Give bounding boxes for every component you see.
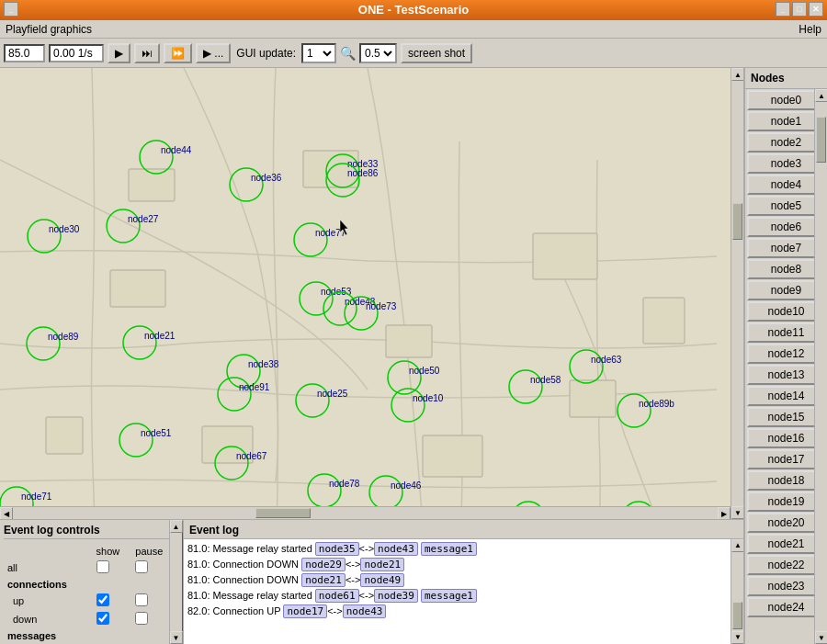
nodes-scroll-down[interactable]: ▼	[815, 631, 827, 644]
event-controls-table: show pause all connections up	[4, 543, 178, 644]
event-controls-scroll[interactable]: ▲ ▼	[169, 520, 182, 644]
log-node2: node21	[360, 558, 404, 571]
up-show-checkbox[interactable]	[96, 593, 109, 606]
log-time: 81.0:	[187, 543, 210, 554]
menu-bar: Playfield graphics Help	[0, 20, 827, 39]
gui-update-label: GUI update:	[236, 47, 296, 60]
row-connections-label: connections	[6, 578, 93, 591]
playfield-scrollbar-v[interactable]: ▲ ▼	[731, 68, 743, 519]
nodes-scrollbar[interactable]: ▲ ▼	[814, 89, 827, 644]
svg-rect-10	[129, 169, 175, 201]
zoom-icon: 🔍	[340, 46, 356, 61]
fast-button[interactable]: ⏩	[164, 43, 192, 63]
svg-text:node44: node44	[161, 145, 192, 155]
svg-text:node30: node30	[49, 224, 80, 234]
all-show-checkbox[interactable]	[96, 560, 109, 573]
svg-text:node67: node67	[236, 451, 267, 461]
nodes-scroll-thumb[interactable]	[816, 117, 826, 163]
event-log-scrollbar[interactable]: ▲ ▼	[731, 539, 743, 644]
svg-text:node10: node10	[413, 393, 444, 403]
log-scroll-thumb[interactable]	[732, 602, 742, 629]
svg-rect-6	[570, 380, 616, 417]
event-controls-title: Event log controls	[4, 524, 178, 539]
scroll-thumb-v[interactable]	[732, 203, 742, 240]
log-scroll-up[interactable]: ▲	[731, 539, 743, 552]
playfield-scrollbar-h[interactable]: ◀ ▶	[0, 506, 731, 519]
log-entry: 81.0: Message relay started node35<->nod…	[187, 541, 740, 557]
log-node1: node61	[315, 589, 359, 603]
event-log: Event log 81.0: Message relay started no…	[184, 520, 743, 644]
svg-rect-2	[386, 325, 432, 357]
log-time: 81.0:	[187, 559, 210, 570]
row-all-label: all	[6, 559, 93, 576]
play-button[interactable]: ▶	[108, 43, 130, 63]
zoom-factor-select[interactable]: 0.51.02.0	[359, 43, 397, 63]
zoom-input[interactable]	[4, 44, 45, 62]
window-maximize-btn[interactable]: □	[792, 2, 807, 17]
ctrl-scroll-up[interactable]: ▲	[170, 520, 183, 533]
main-layout: node44node36node33node86node77node30node…	[0, 68, 827, 644]
all-pause-checkbox[interactable]	[135, 560, 148, 573]
log-text: Message relay started	[213, 543, 315, 554]
svg-text:node86: node86	[347, 168, 379, 178]
svg-text:node53: node53	[321, 287, 352, 297]
log-node2: node49	[360, 573, 404, 587]
svg-text:node73: node73	[366, 301, 397, 311]
log-arrow: <->	[346, 574, 361, 585]
nodes-scroll-up[interactable]: ▲	[815, 89, 827, 102]
window-title: ONE - TestScenario	[358, 3, 469, 17]
event-log-content[interactable]: 81.0: Message relay started node35<->nod…	[184, 539, 743, 644]
log-arrow: <->	[359, 590, 375, 601]
nodes-panel-header: Nodes	[745, 68, 827, 89]
log-time: 81.0:	[187, 590, 210, 601]
step-button[interactable]: ⏭	[134, 43, 160, 63]
log-time: 82.0:	[187, 605, 210, 616]
log-entry: 81.0: Connection DOWN node29<->node21	[187, 557, 740, 572]
svg-text:node50: node50	[409, 366, 440, 376]
title-bar: _ ONE - TestScenario _ □ ✕	[0, 0, 827, 20]
svg-text:node78: node78	[329, 479, 360, 489]
window-minimize[interactable]: _	[4, 2, 18, 17]
menu-playfield[interactable]: Playfield graphics	[6, 23, 92, 36]
log-node1: node21	[301, 573, 346, 587]
svg-rect-1	[110, 270, 165, 307]
window-minimize-btn[interactable]: _	[776, 2, 790, 17]
log-arrow: <->	[327, 605, 343, 616]
svg-text:node71: node71	[21, 491, 52, 502]
log-node2: node43	[374, 542, 418, 556]
log-arrow: <->	[359, 543, 375, 554]
svg-text:node51: node51	[141, 428, 172, 438]
up-pause-checkbox[interactable]	[135, 593, 148, 606]
right-panel: Nodes node0node1node2node3node4node5node…	[744, 68, 827, 644]
scroll-down-arrow[interactable]: ▼	[731, 506, 743, 519]
scroll-left-arrow[interactable]: ◀	[0, 507, 13, 520]
scroll-up-arrow[interactable]: ▲	[731, 68, 743, 81]
svg-rect-8	[643, 298, 685, 344]
speed-input[interactable]	[49, 44, 104, 62]
log-node2: node39	[374, 589, 418, 603]
row-messages-label: messages	[6, 629, 93, 642]
svg-text:node25: node25	[317, 389, 348, 399]
event-controls: Event log controls show pause all connec…	[0, 520, 184, 644]
down-pause-checkbox[interactable]	[135, 612, 148, 625]
log-text: Connection DOWN	[213, 574, 302, 585]
gui-update-select[interactable]: 12510	[301, 43, 336, 63]
col-show-label: show	[95, 545, 132, 558]
log-scroll-down[interactable]: ▼	[731, 631, 743, 644]
svg-text:node46: node46	[391, 480, 422, 491]
bottom-panels: Event log controls show pause all connec…	[0, 520, 743, 644]
row-up-label: up	[6, 593, 93, 609]
down-show-checkbox[interactable]	[96, 612, 109, 625]
ctrl-scroll-down[interactable]: ▼	[170, 631, 183, 644]
playfield[interactable]: node44node36node33node86node77node30node…	[0, 68, 743, 520]
scroll-thumb-h[interactable]	[255, 508, 311, 518]
menu-help[interactable]: Help	[799, 23, 821, 36]
row-down-label: down	[6, 611, 93, 627]
svg-text:node21: node21	[144, 331, 176, 341]
scroll-right-arrow[interactable]: ▶	[718, 507, 731, 520]
screenshot-button[interactable]: screen shot	[401, 43, 472, 63]
log-message: message1	[421, 542, 477, 556]
log-text: Connection UP	[213, 605, 284, 616]
window-close-btn[interactable]: ✕	[809, 2, 823, 17]
play-to-button[interactable]: ▶ ...	[196, 43, 231, 63]
